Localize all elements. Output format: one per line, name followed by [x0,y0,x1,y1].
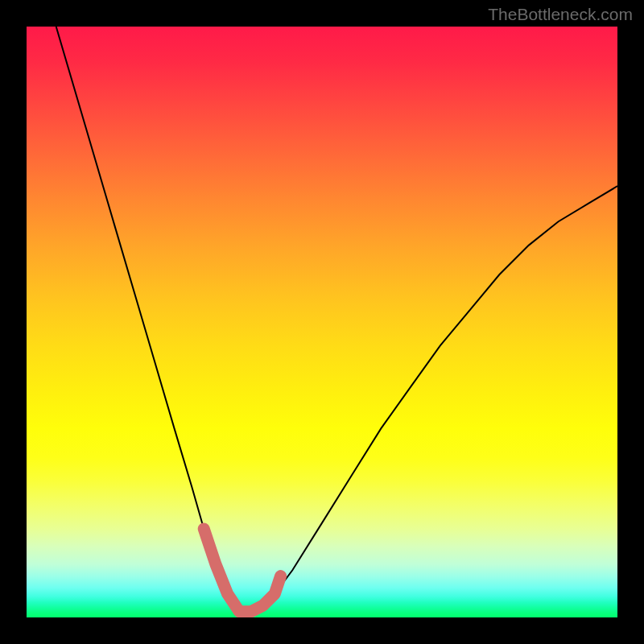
highlight-curve-path [204,529,280,612]
bottleneck-curve-path [56,27,617,612]
chart-plot-area [27,27,617,617]
chart-curves-layer [27,27,617,617]
watermark-text: TheBottleneck.com [488,5,633,24]
